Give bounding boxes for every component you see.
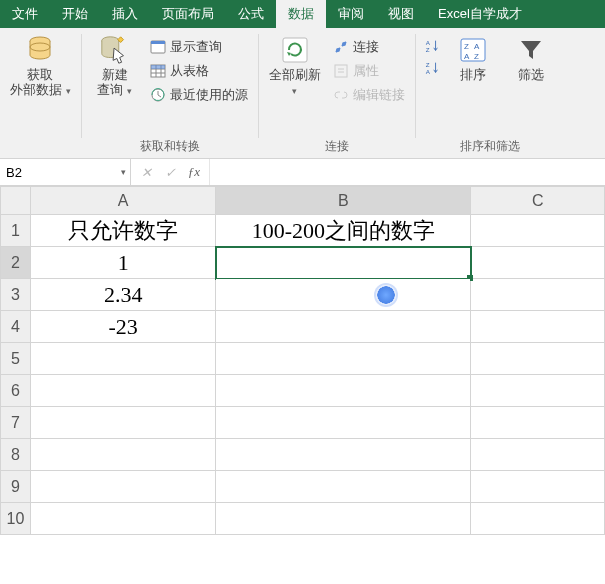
- name-box[interactable]: ▾: [0, 159, 131, 185]
- row-header-2[interactable]: 2: [1, 247, 31, 279]
- row-header-7[interactable]: 7: [1, 407, 31, 439]
- cell-A7[interactable]: [30, 407, 215, 439]
- cell-B4[interactable]: [216, 311, 471, 343]
- tab-formulas[interactable]: 公式: [226, 0, 276, 28]
- svg-rect-15: [335, 65, 347, 77]
- cell-B9[interactable]: [216, 471, 471, 503]
- cell-B6[interactable]: [216, 375, 471, 407]
- cell-A9[interactable]: [30, 471, 215, 503]
- properties-button: 属性: [329, 60, 409, 82]
- row-header-6[interactable]: 6: [1, 375, 31, 407]
- select-all-corner[interactable]: [1, 187, 31, 215]
- row-header-8[interactable]: 8: [1, 439, 31, 471]
- svg-rect-12: [283, 38, 307, 62]
- insert-function-button[interactable]: ƒx: [183, 159, 205, 185]
- sort-desc-button[interactable]: ZA: [422, 58, 442, 78]
- tab-file[interactable]: 文件: [0, 0, 50, 28]
- cell-C10[interactable]: [471, 503, 605, 535]
- show-queries-button[interactable]: 显示查询: [146, 36, 252, 58]
- cell-C4[interactable]: [471, 311, 605, 343]
- cell-A1[interactable]: 只允许数字: [30, 215, 215, 247]
- sort-asc-icon: AZ: [424, 38, 440, 54]
- cell-C7[interactable]: [471, 407, 605, 439]
- refresh-all-label: 全部刷新: [269, 67, 321, 82]
- svg-text:A: A: [425, 39, 430, 46]
- sort-asc-button[interactable]: AZ: [422, 36, 442, 56]
- cell-B10[interactable]: [216, 503, 471, 535]
- cell-C5[interactable]: [471, 343, 605, 375]
- new-query-label-1: 新建: [102, 67, 128, 82]
- row-header-5[interactable]: 5: [1, 343, 31, 375]
- from-table-label: 从表格: [170, 62, 209, 80]
- tab-insert[interactable]: 插入: [100, 0, 150, 28]
- connections-label: 连接: [353, 38, 379, 56]
- col-header-C[interactable]: C: [471, 187, 605, 215]
- connections-group-label: 连接: [265, 136, 409, 156]
- properties-icon: [333, 63, 349, 79]
- recent-sources-button[interactable]: 最近使用的源: [146, 84, 252, 106]
- cell-A5[interactable]: [30, 343, 215, 375]
- chevron-down-icon: ▾: [66, 86, 71, 96]
- svg-text:Z: Z: [464, 42, 469, 51]
- transform-small-buttons: 显示查询 从表格 最近使用的源: [146, 32, 252, 106]
- recent-sources-label: 最近使用的源: [170, 86, 248, 104]
- cell-B7[interactable]: [216, 407, 471, 439]
- chevron-down-icon: ▾: [292, 86, 297, 96]
- cell-C6[interactable]: [471, 375, 605, 407]
- col-header-A[interactable]: A: [30, 187, 215, 215]
- tab-page-layout[interactable]: 页面布局: [150, 0, 226, 28]
- new-query-button[interactable]: 新建 查询 ▾: [88, 32, 142, 98]
- row-header-4[interactable]: 4: [1, 311, 31, 343]
- from-table-button[interactable]: 从表格: [146, 60, 252, 82]
- get-data-label-2: 外部数据: [10, 82, 62, 97]
- cell-B8[interactable]: [216, 439, 471, 471]
- col-header-B[interactable]: B: [216, 187, 471, 215]
- cell-A2[interactable]: 1: [30, 247, 215, 279]
- cell-C9[interactable]: [471, 471, 605, 503]
- connections-button[interactable]: 连接: [329, 36, 409, 58]
- get-external-data-button[interactable]: 获取 外部数据 ▾: [6, 32, 75, 98]
- recent-sources-icon: [150, 87, 166, 103]
- cell-C8[interactable]: [471, 439, 605, 471]
- cell-B2[interactable]: [216, 247, 471, 279]
- ribbon-group-sort-filter: AZ ZA ZAAZ 排序 筛选: [416, 28, 564, 158]
- row-header-1[interactable]: 1: [1, 215, 31, 247]
- cell-C1[interactable]: [471, 215, 605, 247]
- svg-text:Z: Z: [425, 46, 429, 53]
- tab-data[interactable]: 数据: [276, 0, 326, 28]
- name-box-input[interactable]: [0, 159, 130, 185]
- ribbon: 获取 外部数据 ▾ 新建: [0, 28, 605, 159]
- refresh-all-button[interactable]: 全部刷新 ▾: [265, 32, 325, 98]
- svg-text:A: A: [425, 68, 430, 75]
- svg-rect-4: [151, 41, 165, 44]
- tab-review[interactable]: 审阅: [326, 0, 376, 28]
- cell-A3[interactable]: 2.34: [30, 279, 215, 311]
- cell-B1[interactable]: 100-200之间的数字: [216, 215, 471, 247]
- chevron-down-icon[interactable]: ▾: [121, 167, 126, 177]
- transform-group-label: 获取和转换: [88, 136, 252, 156]
- cell-A8[interactable]: [30, 439, 215, 471]
- row-header-3[interactable]: 3: [1, 279, 31, 311]
- row-header-9[interactable]: 9: [1, 471, 31, 503]
- filter-button[interactable]: 筛选: [504, 32, 558, 83]
- from-table-icon: [150, 63, 166, 79]
- tab-home[interactable]: 开始: [50, 0, 100, 28]
- cell-A6[interactable]: [30, 375, 215, 407]
- cell-A4[interactable]: -23: [30, 311, 215, 343]
- cell-C2[interactable]: [471, 247, 605, 279]
- chevron-down-icon: ▾: [127, 86, 132, 96]
- cell-B3[interactable]: [216, 279, 471, 311]
- filter-icon: [515, 34, 547, 66]
- new-query-icon: [99, 34, 131, 66]
- sort-button[interactable]: ZAAZ 排序: [446, 32, 500, 83]
- svg-text:Z: Z: [425, 61, 429, 68]
- cell-A10[interactable]: [30, 503, 215, 535]
- row-header-10[interactable]: 10: [1, 503, 31, 535]
- tab-view[interactable]: 视图: [376, 0, 426, 28]
- ribbon-group-get-data: 获取 外部数据 ▾: [0, 28, 81, 158]
- formula-input[interactable]: [210, 159, 605, 185]
- cell-B5[interactable]: [216, 343, 471, 375]
- cell-C3[interactable]: [471, 279, 605, 311]
- tab-custom[interactable]: Excel自学成才: [426, 0, 534, 28]
- menu-tabs: 文件 开始 插入 页面布局 公式 数据 审阅 视图 Excel自学成才: [0, 0, 605, 28]
